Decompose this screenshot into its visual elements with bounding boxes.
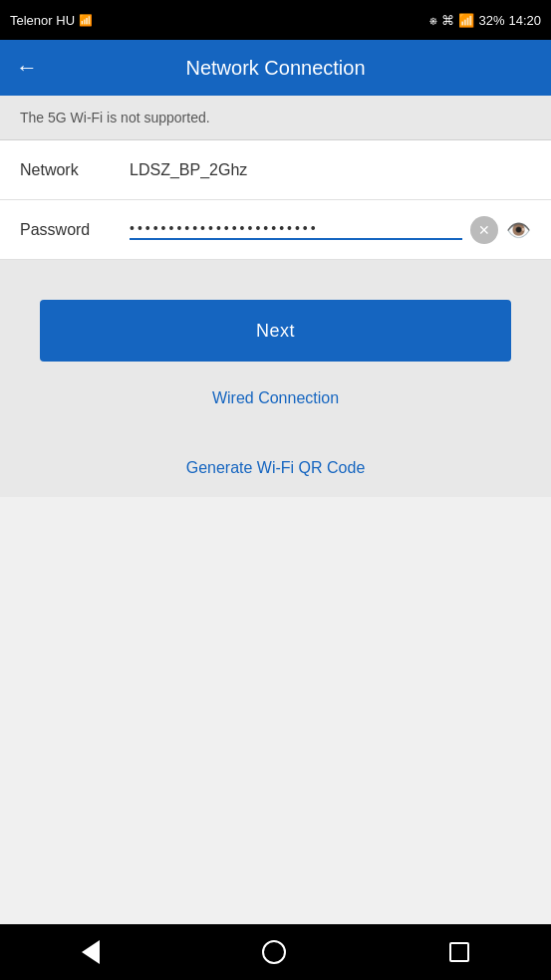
wired-connection-label: Wired Connection bbox=[212, 389, 339, 406]
password-label: Password bbox=[20, 221, 130, 239]
back-button[interactable]: ← bbox=[16, 55, 38, 81]
nav-home-icon bbox=[262, 940, 286, 964]
bluetooth-icon: ⎈ bbox=[429, 13, 437, 28]
signal-icon: 📶 bbox=[458, 13, 474, 28]
nav-recent-button[interactable] bbox=[449, 942, 469, 962]
app-header: ← Network Connection bbox=[0, 40, 551, 96]
network-row: Network LDSZ_BP_2Ghz bbox=[0, 140, 551, 200]
carrier-icons: 📶 bbox=[79, 14, 93, 27]
wired-connection-button[interactable]: Wired Connection bbox=[212, 389, 339, 407]
password-input-wrapper: •••••••••••••••••••••••• ✕ 👁️ bbox=[130, 216, 531, 244]
generate-qr-label: Generate Wi-Fi QR Code bbox=[186, 459, 366, 476]
warning-banner: The 5G Wi-Fi is not supported. bbox=[0, 96, 551, 140]
nav-back-icon bbox=[82, 940, 100, 964]
status-bar: Telenor HU 📶 ⎈ ⌘ 📶 32% 14:20 bbox=[0, 0, 551, 40]
form-area: Network LDSZ_BP_2Ghz Password ••••••••••… bbox=[0, 140, 551, 260]
clear-icon: ✕ bbox=[478, 222, 490, 238]
password-clear-button[interactable]: ✕ bbox=[470, 216, 498, 244]
eye-slash-icon: 👁️ bbox=[506, 218, 531, 242]
warning-text: The 5G Wi-Fi is not supported. bbox=[20, 110, 210, 125]
password-dots[interactable]: •••••••••••••••••••••••• bbox=[130, 220, 462, 240]
nav-back-button[interactable] bbox=[82, 940, 100, 964]
network-label: Network bbox=[20, 161, 130, 179]
back-icon: ← bbox=[16, 55, 38, 81]
password-visibility-toggle[interactable]: 👁️ bbox=[506, 218, 531, 242]
nav-home-button[interactable] bbox=[262, 940, 286, 964]
nav-recent-icon bbox=[449, 942, 469, 962]
status-left: Telenor HU 📶 bbox=[10, 13, 93, 28]
nav-bar bbox=[0, 924, 551, 980]
page-title: Network Connection bbox=[54, 57, 497, 80]
generate-qr-button[interactable]: Generate Wi-Fi QR Code bbox=[186, 459, 366, 477]
wifi-icon: ⌘ bbox=[441, 13, 454, 28]
battery-label: 32% bbox=[478, 13, 504, 28]
next-label: Next bbox=[256, 321, 295, 341]
main-content: Next Wired Connection Generate Wi-Fi QR … bbox=[0, 260, 551, 497]
password-row: Password •••••••••••••••••••••••• ✕ 👁️ bbox=[0, 200, 551, 260]
time-label: 14:20 bbox=[508, 13, 541, 28]
carrier-label: Telenor HU bbox=[10, 13, 75, 28]
status-right: ⎈ ⌘ 📶 32% 14:20 bbox=[429, 13, 541, 28]
network-value: LDSZ_BP_2Ghz bbox=[130, 161, 531, 179]
next-button[interactable]: Next bbox=[40, 300, 511, 362]
